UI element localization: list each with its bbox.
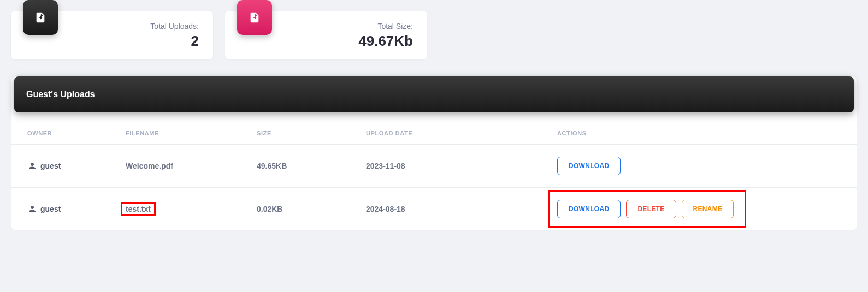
person-icon bbox=[27, 161, 37, 171]
filename: test.txt bbox=[126, 205, 151, 213]
header-actions: ACTIONS bbox=[546, 117, 857, 145]
header-filename: FILENAME bbox=[115, 117, 246, 145]
actions-cell: DOWNLOAD DELETE RENAME bbox=[557, 200, 846, 218]
person-icon bbox=[27, 204, 37, 214]
header-size: SIZE bbox=[246, 117, 355, 145]
uploads-table: OWNER FILENAME SIZE UPLOAD DATE ACTIONS … bbox=[11, 117, 857, 230]
size-cell: 0.02KB bbox=[246, 188, 355, 231]
owner-name: guest bbox=[40, 205, 61, 213]
table-row: guest Welcome.pdf 49.65KB 2023-11-08 DOW… bbox=[11, 145, 857, 188]
total-size-value: 49.67Kb bbox=[239, 33, 413, 50]
date-cell: 2024-08-18 bbox=[355, 188, 546, 231]
header-owner: OWNER bbox=[11, 117, 115, 145]
table-row: guest test.txt 0.02KB 2024-08-18 DOWNLOA… bbox=[11, 188, 857, 231]
stats-row: Total Uploads: 2 Total Size: 49.67Kb bbox=[11, 11, 857, 59]
upload-file-icon bbox=[23, 0, 58, 35]
uploads-panel: Guest's Uploads OWNER FILENAME SIZE UPLO… bbox=[11, 76, 857, 230]
total-uploads-card: Total Uploads: 2 bbox=[11, 11, 213, 59]
download-button[interactable]: DOWNLOAD bbox=[557, 200, 621, 218]
highlight-marker: DOWNLOAD DELETE RENAME bbox=[548, 190, 746, 228]
panel-title: Guest's Uploads bbox=[14, 76, 854, 112]
filename-cell: Welcome.pdf bbox=[115, 145, 246, 188]
highlight-marker: test.txt bbox=[121, 202, 156, 216]
total-uploads-value: 2 bbox=[25, 33, 199, 50]
filename-cell: test.txt bbox=[115, 188, 246, 231]
owner-name: guest bbox=[40, 162, 61, 170]
size-cell: 49.65KB bbox=[246, 145, 355, 188]
actions-cell: DOWNLOAD bbox=[557, 157, 846, 175]
rename-button[interactable]: RENAME bbox=[682, 200, 734, 218]
date-cell: 2023-11-08 bbox=[355, 145, 546, 188]
filename: Welcome.pdf bbox=[126, 162, 173, 170]
upload-file-icon bbox=[237, 0, 272, 35]
delete-button[interactable]: DELETE bbox=[626, 200, 676, 218]
download-button[interactable]: DOWNLOAD bbox=[557, 157, 621, 175]
header-upload-date: UPLOAD DATE bbox=[355, 117, 546, 145]
total-size-card: Total Size: 49.67Kb bbox=[225, 11, 427, 59]
